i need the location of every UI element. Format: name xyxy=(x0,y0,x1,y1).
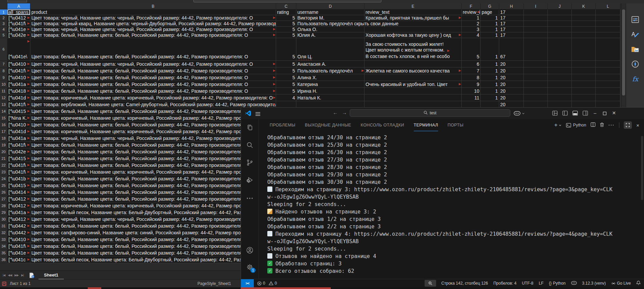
copilot-status-icon[interactable] xyxy=(571,281,577,286)
cell-J2[interactable] xyxy=(548,15,572,21)
minimize-button[interactable]: – xyxy=(592,110,598,116)
cell-A11[interactable]: ["\u0418▶ xyxy=(7,88,30,94)
row-header-31[interactable]: 31 xyxy=(0,223,7,229)
row-header-25[interactable]: 25 xyxy=(0,182,7,189)
row-header-8[interactable]: 8 xyxy=(0,67,7,74)
cell-D5[interactable]: Юлия А. xyxy=(296,32,365,38)
cell-A15[interactable]: ["Nina K.▶ xyxy=(7,115,30,121)
cell-G12[interactable]: 1 xyxy=(481,94,499,101)
close-panel-icon[interactable]: × xyxy=(636,122,639,128)
cell-E5[interactable]: Хорошая кофточка за такую цену ) сид▶ xyxy=(365,32,462,38)
cell-D11[interactable]: Ирина Н. xyxy=(296,88,365,94)
row-header-16[interactable]: 16 xyxy=(0,121,7,128)
cell-J13[interactable] xyxy=(548,101,572,108)
cell-I4[interactable] xyxy=(524,27,548,32)
maximize-button[interactable] xyxy=(601,111,608,116)
cell-C6[interactable]: 5 xyxy=(276,38,296,61)
cell-H11[interactable]: 20 xyxy=(499,88,524,94)
cell-B5[interactable]: Цвет товара: белый, Название цвета: белы… xyxy=(30,32,276,38)
cell-H3[interactable]: 17 xyxy=(499,21,524,27)
cell-G2[interactable]: 1 xyxy=(481,15,499,21)
indentation[interactable]: Пробелов: 4 xyxy=(493,281,517,286)
row-header-7[interactable]: 7 xyxy=(0,61,7,67)
styles-icon[interactable]: A xyxy=(630,30,640,39)
cell-B10[interactable]: Цвет товара: белый, Название цвета: белы… xyxy=(30,81,276,88)
row-header-32[interactable]: 32 xyxy=(0,229,7,236)
cell-A2[interactable]: ["\u0412▶ xyxy=(7,15,30,21)
row-header-14[interactable]: 14 xyxy=(0,108,7,115)
zoom-icon[interactable] xyxy=(425,280,436,287)
cell-K2[interactable] xyxy=(572,15,596,21)
python-interpreter[interactable]: 3.12.3 (venv) xyxy=(582,281,606,286)
cell-E1[interactable]: review_text xyxy=(365,9,462,15)
cell-H10[interactable]: 20 xyxy=(499,81,524,88)
row-header-17[interactable]: 17 xyxy=(0,128,7,135)
toggle-panel-icon[interactable] xyxy=(572,111,578,117)
tab-debug-console[interactable]: КОНСОЛЬ ОТЛАДКИ xyxy=(361,119,404,131)
cell-D10[interactable]: Катерина xyxy=(296,81,365,88)
cell-E9[interactable] xyxy=(365,74,462,81)
row-header-34[interactable]: 34 xyxy=(0,243,7,250)
customize-layout-icon[interactable] xyxy=(552,111,558,117)
split-terminal-icon[interactable] xyxy=(591,122,595,128)
cell-B19[interactable]: Цвет товара: белый, Название цвета: белы… xyxy=(30,142,276,148)
cell-C12[interactable]: 4 xyxy=(276,94,296,101)
cell-A22[interactable]: ["\u041f\▶ xyxy=(7,162,30,169)
new-terminal-button[interactable]: + xyxy=(554,123,562,127)
cell-J7[interactable] xyxy=(548,61,572,67)
cell-L12[interactable] xyxy=(596,94,620,101)
cell-D7[interactable]: Анастасия А. xyxy=(296,61,365,67)
cell-J11[interactable] xyxy=(548,88,572,94)
cell-H9[interactable]: 20 xyxy=(499,74,524,81)
cell-I6[interactable] xyxy=(524,38,548,61)
cell-A25[interactable]: ["\u0415▶ xyxy=(7,182,30,189)
cell-B1[interactable]: product xyxy=(30,9,276,15)
cell-D2[interactable]: Виктория М. xyxy=(296,15,365,21)
next-sheet-icon[interactable]: ▶▶ xyxy=(15,273,19,277)
cell-B23[interactable]: Цвет товара: коричневый, Название цвета:… xyxy=(30,169,276,175)
row-header-28[interactable]: 28 xyxy=(0,202,7,209)
cell-A24[interactable]: ["\u041b▶ xyxy=(7,175,30,182)
cell-L11[interactable] xyxy=(596,88,620,94)
row-header-18[interactable]: 18 xyxy=(0,135,7,142)
column-header-E[interactable]: E xyxy=(365,3,462,9)
cell-K10[interactable] xyxy=(572,81,596,88)
cell-H2[interactable]: 17 xyxy=(499,15,524,21)
search-icon[interactable] xyxy=(245,141,254,149)
encoding[interactable]: UTF-8 xyxy=(522,281,533,286)
row-header-9[interactable]: 9 xyxy=(0,74,7,81)
cell-B8[interactable]: Цвет товара: белый, Название цвета: белы… xyxy=(30,67,276,74)
cell-I9[interactable] xyxy=(524,74,548,81)
cell-E11[interactable] xyxy=(365,88,462,94)
row-header-12[interactable]: 12 xyxy=(0,94,7,101)
cell-F11[interactable]: 10 xyxy=(462,88,481,94)
cell-I7[interactable] xyxy=(524,61,548,67)
cell-F13[interactable] xyxy=(462,101,481,108)
column-header-J[interactable]: J xyxy=(548,3,572,9)
cell-D1[interactable]: username xyxy=(296,9,365,15)
cell-F10[interactable]: 9 xyxy=(462,81,481,88)
first-sheet-icon[interactable]: |◀ xyxy=(3,273,5,277)
cell-A18[interactable]: ["\u041a▶ xyxy=(7,135,30,142)
row-header-23[interactable]: 23 xyxy=(0,169,7,175)
cell-A14[interactable]: ["\u0415▶ xyxy=(7,108,30,115)
cell-D3[interactable]: Пользователь предпочёл скрыть свои данны… xyxy=(296,21,365,27)
cell-C4[interactable]: 5 xyxy=(276,27,296,32)
unsaved-changes-icon[interactable] xyxy=(2,282,6,286)
cell-B3[interactable]: Цвет товара: черный кварц, Название цвет… xyxy=(30,21,276,27)
cell-H5[interactable]: 17 xyxy=(499,32,524,38)
kill-terminal-icon[interactable] xyxy=(600,122,604,128)
row-header-10[interactable]: 10 xyxy=(0,81,7,88)
row-header-33[interactable]: 33 xyxy=(0,236,7,243)
sheet-tab[interactable]: Sheet1 xyxy=(38,271,64,280)
cell-A26[interactable]: ["\u0414▶ xyxy=(7,189,30,196)
row-header-36[interactable]: 36 xyxy=(0,256,7,263)
cell-K5[interactable] xyxy=(572,32,596,38)
grid-corner[interactable] xyxy=(0,3,7,9)
cell-L5[interactable] xyxy=(596,32,620,38)
row-header-29[interactable]: 29 xyxy=(0,209,7,216)
cell-C11[interactable]: 5 xyxy=(276,88,296,94)
cell-G13[interactable] xyxy=(481,101,499,108)
cell-K11[interactable] xyxy=(572,88,596,94)
cell-E10[interactable]: Очень красивый и удобный топ. Цвет▶ xyxy=(365,81,462,88)
